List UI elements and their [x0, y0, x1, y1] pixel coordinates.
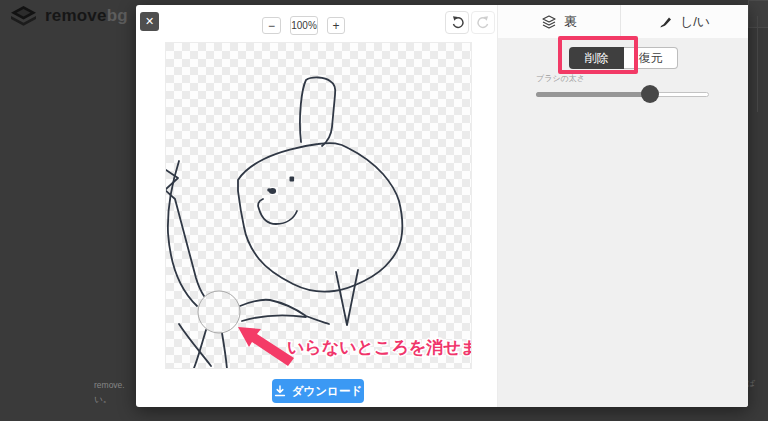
slider-thumb[interactable]: [641, 85, 659, 103]
brush-size-filled: [536, 92, 650, 97]
download-icon: [274, 385, 286, 397]
logo-text-light: bg: [107, 6, 128, 25]
undo-icon: [450, 15, 465, 30]
dimmed-page-text: remove. い。: [94, 378, 125, 406]
erase-tool-label: 削除: [585, 50, 609, 67]
redo-icon: [476, 15, 491, 30]
layers-icon: [541, 14, 557, 30]
tools-panel: 裏 し/い 削除 復元 ブラシの太さ: [497, 5, 748, 407]
download-label: ダウンロード: [292, 384, 362, 399]
editor-canvas[interactable]: いらないところを消せます: [165, 42, 472, 369]
redo-button[interactable]: [471, 11, 495, 34]
brush-size-label: ブラシの太さ: [536, 73, 585, 84]
panel-tabbar: 裏 し/い: [498, 5, 748, 38]
minus-icon: −: [268, 19, 275, 33]
logo-text: removebg: [45, 6, 128, 26]
annotation-text: いらないところを消せます: [287, 338, 471, 357]
removebg-logo: removebg: [10, 4, 128, 28]
logo-text-bold: remove: [45, 6, 107, 25]
tab-brush[interactable]: し/い: [621, 5, 748, 38]
zoom-level: 100%: [290, 16, 318, 35]
dimmed-edge-text: ば: [747, 378, 755, 389]
tab-background[interactable]: 裏: [498, 5, 621, 38]
restore-tool-label: 復元: [639, 50, 663, 67]
zoom-level-value: 100%: [291, 20, 317, 31]
editor-modal: ✕ − 100% +: [136, 5, 748, 407]
removebg-logo-icon: [10, 4, 37, 28]
brush-size-slider[interactable]: [536, 85, 709, 103]
restore-tool-button[interactable]: 復元: [624, 47, 678, 69]
brush-cursor-circle[interactable]: [198, 291, 240, 333]
close-button[interactable]: ✕: [140, 12, 159, 31]
brush-icon: [659, 15, 673, 29]
plus-icon: +: [332, 19, 339, 33]
tab-background-label: 裏: [564, 13, 577, 31]
close-icon: ✕: [145, 15, 154, 28]
canvas-drawing: いらないところを消せます: [166, 43, 471, 368]
tab-brush-label: し/い: [680, 13, 710, 31]
dimmed-text-line1: remove.: [94, 378, 125, 392]
dimmed-edge-box: [748, 0, 768, 28]
zoom-in-button[interactable]: +: [327, 17, 345, 34]
dimmed-edge-line: [757, 16, 758, 112]
download-button[interactable]: ダウンロード: [272, 379, 364, 403]
zoom-out-button[interactable]: −: [262, 17, 281, 34]
undo-button[interactable]: [445, 11, 469, 34]
dimmed-text-line2: い。: [94, 392, 125, 406]
tool-segmented-control: 削除 復元: [569, 47, 678, 69]
erase-tool-button[interactable]: 削除: [569, 47, 624, 69]
